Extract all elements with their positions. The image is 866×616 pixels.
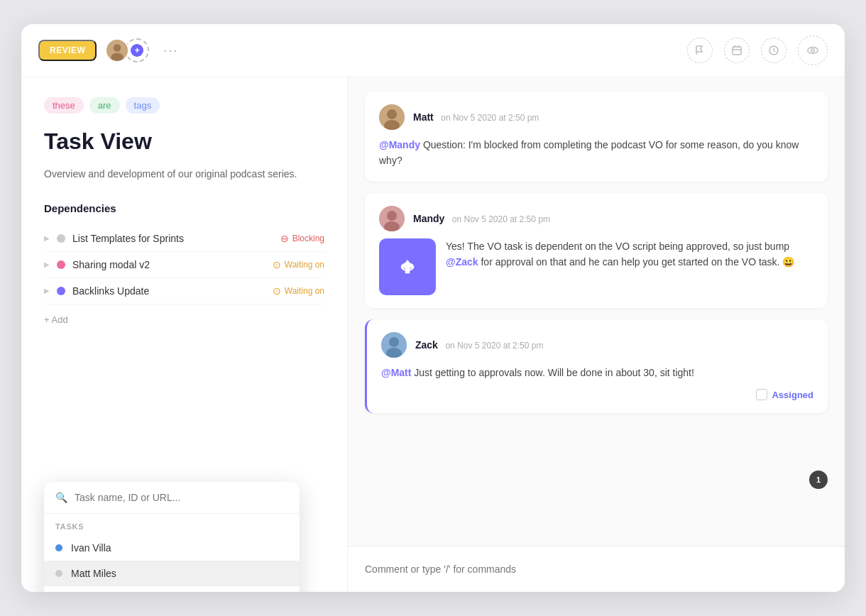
dep-dot bbox=[57, 234, 65, 243]
plus-icon: + bbox=[131, 44, 143, 57]
comment-meta: Mandy on Nov 5 2020 at 2:50 pm bbox=[413, 212, 813, 225]
dep-name: Sharing modal v2 bbox=[72, 259, 265, 270]
comment-header: Zack on Nov 5 2020 at 2:50 pm bbox=[381, 332, 813, 358]
task-title: Task View bbox=[44, 128, 324, 155]
tag-tags[interactable]: tags bbox=[126, 97, 160, 114]
comment-matt: Matt on Nov 5 2020 at 2:50 pm @Mandy Que… bbox=[365, 92, 828, 182]
task-description: Overview and development of our original… bbox=[44, 166, 324, 182]
avatar-matt bbox=[379, 104, 405, 130]
dep-status: ⊙ Waiting on bbox=[273, 285, 324, 297]
avatar bbox=[105, 38, 129, 62]
status-icon: ⊙ bbox=[273, 259, 281, 270]
review-button[interactable]: REVIEW bbox=[38, 40, 97, 61]
comment-time: on Nov 5 2020 at 2:50 pm bbox=[445, 341, 543, 351]
comment-text: Just getting to approvals now. Will be d… bbox=[414, 367, 694, 378]
comment-zack: Zack on Nov 5 2020 at 2:50 pm @Matt Just… bbox=[365, 319, 828, 413]
tag-are[interactable]: are bbox=[89, 97, 120, 114]
dep-dot bbox=[57, 260, 65, 269]
svg-point-6 bbox=[811, 49, 815, 53]
clock-button[interactable] bbox=[761, 38, 786, 63]
more-options-button[interactable]: ··· bbox=[158, 40, 184, 61]
expand-icon[interactable]: ▶ bbox=[44, 287, 50, 295]
attachment-thumbnail bbox=[379, 238, 436, 295]
app-container: REVIEW + ··· bbox=[21, 24, 845, 592]
toolbar-right bbox=[798, 35, 828, 65]
comment-meta: Zack on Nov 5 2020 at 2:50 pm bbox=[415, 339, 813, 351]
expand-icon[interactable]: ▶ bbox=[44, 260, 50, 268]
svg-point-8 bbox=[387, 109, 397, 119]
right-panel: Matt on Nov 5 2020 at 2:50 pm @Mandy Que… bbox=[348, 77, 845, 592]
svg-point-1 bbox=[114, 44, 121, 52]
flag-button[interactable] bbox=[687, 38, 713, 63]
dependencies-heading: Dependencies bbox=[44, 202, 324, 214]
svg-point-5 bbox=[808, 48, 818, 54]
comment-with-attachment: Yes! The VO task is dependent on the VO … bbox=[379, 238, 813, 295]
comments-area: Matt on Nov 5 2020 at 2:50 pm @Mandy Que… bbox=[348, 77, 845, 546]
eye-button[interactable] bbox=[798, 35, 828, 65]
comment-text: for approval on that and he can help you… bbox=[481, 256, 794, 268]
dot-icon bbox=[55, 544, 62, 551]
avatar-zack bbox=[381, 332, 407, 358]
comment-time: on Nov 5 2020 at 2:50 pm bbox=[441, 113, 539, 123]
comment-text: Yes! The VO task is dependent on the VO … bbox=[446, 241, 789, 252]
search-input-wrap: 🔍 bbox=[44, 482, 300, 514]
calendar-button[interactable] bbox=[724, 38, 750, 63]
dep-dot bbox=[57, 287, 65, 295]
comment-author: Zack bbox=[415, 339, 438, 351]
dependency-item: ▶ List Templates for Sprints ⊖ Blocking bbox=[44, 226, 324, 252]
comment-body: @Matt Just getting to approvals now. Wil… bbox=[381, 365, 813, 380]
dependencies-section: Dependencies ▶ List Templates for Sprint… bbox=[44, 202, 324, 326]
dropdown-item-matt[interactable]: Matt Miles bbox=[44, 561, 300, 586]
comment-input-bar bbox=[348, 546, 845, 592]
comment-meta: Matt on Nov 5 2020 at 2:50 pm bbox=[413, 111, 813, 123]
dot-icon bbox=[55, 570, 62, 577]
comment-header: Matt on Nov 5 2020 at 2:50 pm bbox=[379, 104, 813, 130]
notification-badge: 1 bbox=[809, 471, 828, 489]
search-dropdown: 🔍 TASKS Ivan Villa Matt Miles Aaron Fins… bbox=[44, 482, 300, 592]
comment-footer: Assigned bbox=[381, 389, 813, 400]
status-icon: ⊙ bbox=[273, 285, 281, 297]
add-dependency-link[interactable]: + Add bbox=[44, 314, 68, 325]
tag-these[interactable]: these bbox=[44, 97, 84, 114]
svg-point-2 bbox=[111, 53, 124, 62]
dependency-item: ▶ Sharing modal v2 ⊙ Waiting on bbox=[44, 252, 324, 278]
assigned-badge: Assigned bbox=[756, 389, 813, 400]
search-icon: 🔍 bbox=[55, 492, 67, 503]
search-input[interactable] bbox=[75, 492, 288, 503]
tags-row: these are tags bbox=[44, 97, 324, 114]
comment-text: Question: I'm blocked from completing th… bbox=[379, 139, 799, 166]
comment-author: Mandy bbox=[413, 213, 444, 224]
dep-status: ⊙ Waiting on bbox=[273, 259, 324, 270]
dep-name: Backlinks Update bbox=[72, 285, 265, 297]
mention: @Zack bbox=[446, 256, 478, 268]
left-panel: these are tags Task View Overview and de… bbox=[21, 77, 348, 592]
comment-time: on Nov 5 2020 at 2:50 pm bbox=[452, 214, 550, 224]
assigned-label: Assigned bbox=[772, 390, 813, 400]
status-icon: ⊖ bbox=[280, 233, 289, 244]
toolbar-center bbox=[687, 38, 786, 63]
comment-body: Yes! The VO task is dependent on the VO … bbox=[446, 238, 813, 295]
comment-body: @Mandy Question: I'm blocked from comple… bbox=[379, 137, 813, 169]
svg-rect-3 bbox=[733, 47, 741, 55]
dep-name: List Templates for Sprints bbox=[72, 233, 273, 244]
dependency-item: ▶ Backlinks Update ⊙ Waiting on bbox=[44, 278, 324, 304]
comment-header: Mandy on Nov 5 2020 at 2:50 pm bbox=[379, 206, 813, 231]
svg-point-14 bbox=[389, 337, 399, 347]
toolbar-left: REVIEW + ··· bbox=[38, 38, 676, 62]
mention: @Mandy bbox=[379, 139, 420, 150]
dropdown-item-aaron[interactable]: Aaron Finst bbox=[44, 586, 300, 592]
svg-point-11 bbox=[387, 211, 397, 221]
avatar-mandy bbox=[379, 206, 405, 231]
expand-icon[interactable]: ▶ bbox=[44, 234, 50, 242]
mention: @Matt bbox=[381, 367, 411, 378]
dep-status: ⊖ Blocking bbox=[280, 233, 324, 244]
dropdown-section-label: TASKS bbox=[44, 514, 300, 535]
comment-mandy: Mandy on Nov 5 2020 at 2:50 pm Yes bbox=[365, 193, 828, 308]
comment-author: Matt bbox=[413, 111, 434, 123]
assigned-checkbox[interactable] bbox=[756, 389, 767, 400]
comment-input[interactable] bbox=[365, 558, 828, 581]
main-content: these are tags Task View Overview and de… bbox=[21, 77, 845, 592]
avatar-group: + bbox=[105, 38, 149, 62]
dropdown-item-ivan[interactable]: Ivan Villa bbox=[44, 535, 300, 561]
toolbar: REVIEW + ··· bbox=[21, 24, 845, 77]
